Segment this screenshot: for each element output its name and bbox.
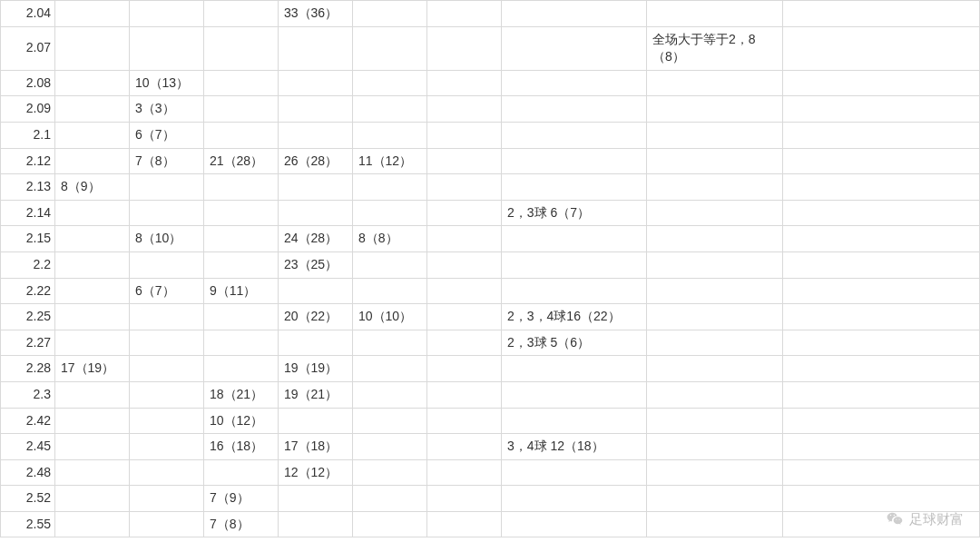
data-cell bbox=[427, 148, 502, 174]
data-cell bbox=[783, 434, 980, 460]
data-cell bbox=[502, 26, 647, 70]
data-cell: 10（12） bbox=[204, 408, 279, 434]
data-cell: 6（7） bbox=[130, 122, 204, 148]
data-cell bbox=[647, 122, 783, 148]
data-cell bbox=[427, 330, 502, 356]
data-cell bbox=[427, 381, 502, 408]
data-cell bbox=[783, 251, 980, 278]
data-cell bbox=[130, 26, 204, 70]
data-cell bbox=[130, 251, 204, 278]
data-cell bbox=[204, 330, 279, 356]
row-key-cell: 2.27 bbox=[1, 330, 55, 356]
data-cell bbox=[204, 200, 279, 226]
data-cell bbox=[353, 122, 427, 148]
data-cell bbox=[353, 96, 427, 123]
data-cell bbox=[502, 174, 647, 201]
data-cell: 26（28） bbox=[279, 148, 353, 174]
data-cell bbox=[130, 408, 204, 434]
data-cell: 11（12） bbox=[353, 148, 427, 174]
data-cell bbox=[55, 486, 130, 512]
data-cell bbox=[647, 70, 783, 96]
data-cell: 20（22） bbox=[279, 304, 353, 330]
row-key-cell: 2.13 bbox=[1, 174, 55, 201]
data-cell: 12（12） bbox=[279, 459, 353, 486]
data-cell bbox=[55, 26, 130, 70]
data-cell bbox=[783, 304, 980, 330]
data-cell bbox=[427, 122, 502, 148]
data-cell: 7（9） bbox=[204, 486, 279, 512]
data-cell bbox=[353, 330, 427, 356]
data-cell bbox=[427, 200, 502, 226]
data-cell bbox=[279, 511, 353, 537]
data-cell bbox=[502, 486, 647, 512]
data-cell bbox=[783, 356, 980, 382]
data-cell bbox=[647, 511, 783, 537]
data-cell bbox=[427, 459, 502, 486]
data-cell bbox=[279, 200, 353, 226]
data-cell bbox=[55, 330, 130, 356]
data-cell: 8（8） bbox=[353, 226, 427, 252]
row-key-cell: 2.2 bbox=[1, 251, 55, 278]
data-cell: 10（13） bbox=[130, 70, 204, 96]
row-key-cell: 2.55 bbox=[1, 511, 55, 537]
data-cell bbox=[427, 356, 502, 382]
data-cell bbox=[783, 148, 980, 174]
data-cell bbox=[783, 511, 980, 537]
data-cell bbox=[427, 174, 502, 201]
data-cell bbox=[783, 96, 980, 123]
table-row: 2.226（7）9（11） bbox=[1, 278, 980, 304]
row-key-cell: 2.04 bbox=[1, 1, 55, 27]
data-cell bbox=[130, 174, 204, 201]
data-cell bbox=[279, 278, 353, 304]
data-cell bbox=[502, 70, 647, 96]
data-cell bbox=[130, 200, 204, 226]
data-cell: 8（9） bbox=[55, 174, 130, 201]
data-cell bbox=[783, 26, 980, 70]
data-cell bbox=[55, 1, 130, 27]
data-cell bbox=[427, 408, 502, 434]
data-cell bbox=[502, 459, 647, 486]
data-cell bbox=[783, 486, 980, 512]
data-cell: 19（19） bbox=[279, 356, 353, 382]
data-cell bbox=[353, 278, 427, 304]
data-cell: 24（28） bbox=[279, 226, 353, 252]
data-cell bbox=[130, 511, 204, 537]
data-cell bbox=[502, 122, 647, 148]
data-cell bbox=[647, 96, 783, 123]
data-cell bbox=[204, 1, 279, 27]
data-cell bbox=[783, 381, 980, 408]
data-cell bbox=[783, 122, 980, 148]
table-row: 2.2817（19）19（19） bbox=[1, 356, 980, 382]
table-row: 2.4516（18）17（18）3，4球 12（18） bbox=[1, 434, 980, 460]
table-row: 2.2520（22）10（10）2，3，4球16（22） bbox=[1, 304, 980, 330]
data-cell bbox=[647, 356, 783, 382]
data-cell bbox=[55, 148, 130, 174]
data-cell bbox=[130, 356, 204, 382]
table-row: 2.138（9） bbox=[1, 174, 980, 201]
data-cell: 8（10） bbox=[130, 226, 204, 252]
data-cell bbox=[353, 511, 427, 537]
data-cell bbox=[353, 486, 427, 512]
data-cell bbox=[427, 511, 502, 537]
table-row: 2.16（7） bbox=[1, 122, 980, 148]
row-key-cell: 2.12 bbox=[1, 148, 55, 174]
data-cell bbox=[204, 251, 279, 278]
data-cell bbox=[279, 70, 353, 96]
data-cell bbox=[647, 408, 783, 434]
data-cell bbox=[427, 1, 502, 27]
data-cell bbox=[279, 408, 353, 434]
table-row: 2.4210（12） bbox=[1, 408, 980, 434]
data-cell: 6（7） bbox=[130, 278, 204, 304]
table-row: 2.142，3球 6（7） bbox=[1, 200, 980, 226]
row-key-cell: 2.25 bbox=[1, 304, 55, 330]
data-cell: 3，4球 12（18） bbox=[502, 434, 647, 460]
data-cell: 3（3） bbox=[130, 96, 204, 123]
row-key-cell: 2.09 bbox=[1, 96, 55, 123]
data-cell bbox=[783, 330, 980, 356]
data-cell bbox=[353, 26, 427, 70]
data-cell bbox=[783, 1, 980, 27]
data-cell: 33（36） bbox=[279, 1, 353, 27]
data-cell bbox=[647, 381, 783, 408]
data-cell bbox=[279, 96, 353, 123]
data-cell bbox=[55, 408, 130, 434]
